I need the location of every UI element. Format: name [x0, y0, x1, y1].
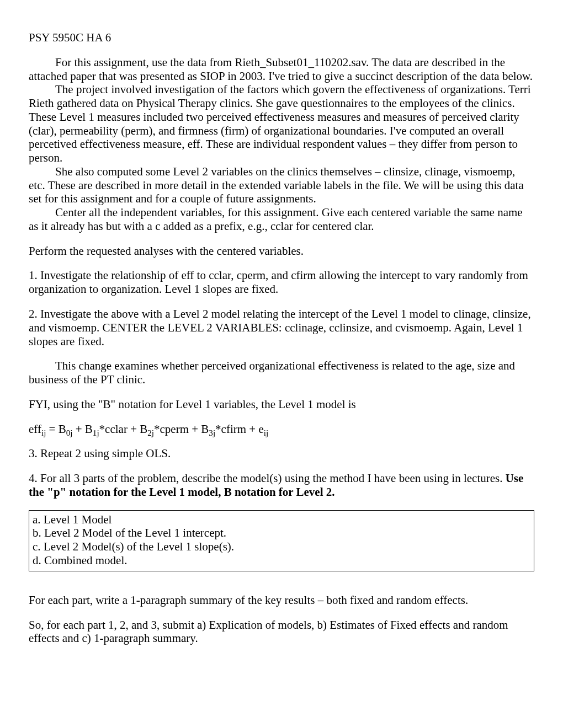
formula-t1: *cclar + B [99, 422, 148, 436]
question-2-note: This change examines whether perceived o… [29, 359, 534, 387]
course-header: PSY 5950C HA 6 [29, 31, 534, 45]
instruction-perform: Perform the requested analyses with the … [29, 244, 534, 258]
formula-sub-ij2: ij [264, 429, 268, 437]
formula-sub-3j: 3j [209, 429, 215, 437]
formula-sub-0j: 0j [66, 429, 73, 437]
intro-paragraph-4: Center all the independent variables, fo… [29, 206, 534, 233]
box-item-a: a. Level 1 Model [33, 513, 530, 527]
box-item-c: c. Level 2 Model(s) of the Level 1 slope… [33, 540, 530, 554]
intro-paragraph-3: She also computed some Level 2 variables… [29, 165, 534, 206]
summary-instruction-1: For each part, write a 1-paragraph summa… [29, 593, 534, 607]
box-item-d: d. Combined model. [33, 554, 530, 568]
question-2: 2. Investigate the above with a Level 2 … [29, 307, 534, 348]
box-item-b: b. Level 2 Model of the Level 1 intercep… [33, 526, 530, 540]
summary-instruction-2: So, for each part 1, 2, and 3, submit a)… [29, 618, 534, 646]
question-4-text: 4. For all 3 parts of the problem, descr… [29, 472, 506, 485]
model-box: a. Level 1 Model b. Level 2 Model of the… [29, 510, 534, 571]
fyi-line: FYI, using the "B" notation for Level 1 … [29, 398, 534, 411]
formula-sub-2j: 2j [147, 429, 154, 437]
level1-formula: effij = B0j + B1j*cclar + B2j*cperm + B3… [29, 422, 534, 436]
question-3: 3. Repeat 2 using simple OLS. [29, 447, 534, 461]
formula-eq: = B [46, 422, 66, 436]
formula-t2: *cperm + B [154, 422, 209, 436]
formula-sub-1j: 1j [93, 429, 99, 437]
question-1: 1. Investigate the relationship of eff t… [29, 269, 534, 296]
formula-plus1: + B [72, 422, 92, 436]
intro-paragraph-2: The project involved investigation of th… [29, 83, 534, 165]
question-4: 4. For all 3 parts of the problem, descr… [29, 472, 534, 499]
formula-eff: eff [29, 422, 41, 436]
formula-t3: *cfirm + e [215, 422, 264, 436]
intro-paragraph-1: For this assignment, use the data from R… [29, 56, 534, 83]
